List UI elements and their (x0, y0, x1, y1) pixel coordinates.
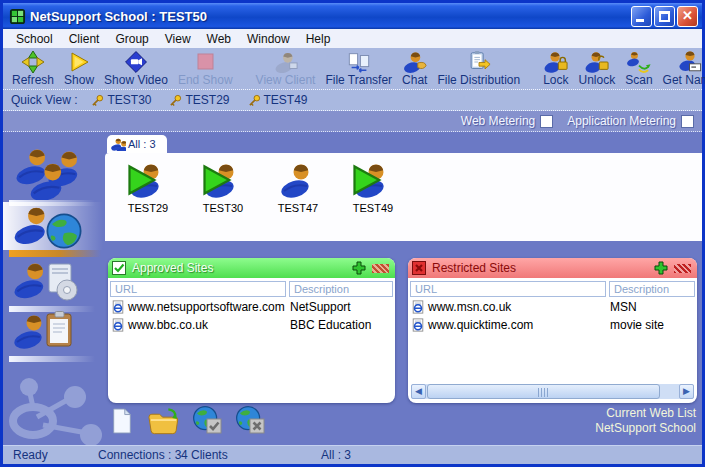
sidebar-item-group-view[interactable] (11, 148, 103, 200)
column-header-description[interactable]: Description (289, 281, 393, 297)
site-url: www.quicktime.com (428, 318, 610, 332)
restricted-site-row[interactable]: www.quicktime.com movie site (408, 316, 697, 334)
minimize-icon (636, 19, 644, 22)
site-description: NetSupport (290, 300, 351, 314)
chat-icon (403, 50, 427, 74)
scroll-left-arrow[interactable]: ◀ (411, 384, 426, 399)
toolbar-label: Unlock (579, 73, 616, 87)
scrollbar-grip-icon (538, 388, 550, 397)
tab-label: All : 3 (128, 138, 156, 150)
status-ready: Ready (13, 448, 48, 462)
scroll-right-arrow[interactable]: ▶ (679, 384, 694, 399)
application-control-icon (11, 260, 95, 304)
sidebar-divider (9, 356, 95, 362)
client-test30[interactable]: TEST30 (192, 163, 254, 241)
restricted-globe-icon[interactable] (236, 406, 266, 436)
sidebar-item-application-control[interactable] (11, 260, 103, 304)
key-icon (91, 94, 104, 107)
file-transfer-button[interactable]: File Transfer (320, 50, 397, 87)
column-header-url[interactable]: URL (410, 281, 606, 297)
maximize-button[interactable] (654, 6, 675, 27)
title-bar[interactable]: NetSupport School : TEST50 ✕ (3, 3, 702, 29)
chat-button[interactable]: Chat (397, 50, 432, 87)
web-metering-checkbox[interactable] (540, 115, 553, 128)
get-name-button[interactable]: Get Name (658, 50, 705, 87)
menu-school[interactable]: School (9, 31, 60, 47)
client-name: TEST49 (353, 202, 393, 214)
view-client-button[interactable]: View Client (251, 50, 321, 87)
new-list-icon[interactable] (110, 406, 134, 436)
menu-view[interactable]: View (158, 31, 198, 47)
toolbar-label: File Transfer (325, 73, 392, 87)
show-video-button[interactable]: Show Video (99, 50, 173, 87)
restricted-site-row[interactable]: www.msn.co.uk MSN (408, 298, 697, 316)
restricted-sites-title: Restricted Sites (432, 261, 648, 275)
scrollbar-thumb[interactable] (427, 384, 660, 399)
client-test49[interactable]: TEST49 (342, 163, 404, 241)
menu-client[interactable]: Client (62, 31, 107, 47)
quick-view-item-test49[interactable]: TEST49 (248, 93, 308, 107)
status-connections: Connections : 3 (98, 448, 181, 462)
approved-globe-icon[interactable] (193, 406, 223, 436)
close-button[interactable]: ✕ (677, 6, 698, 27)
menu-help[interactable]: Help (299, 31, 338, 47)
restricted-column-headers: URL Description (410, 281, 695, 297)
client-icon (278, 163, 318, 199)
column-header-url[interactable]: URL (110, 281, 286, 297)
status-clients: 4 Clients (181, 448, 228, 462)
ie-site-icon (111, 318, 125, 332)
approved-list-grip-icon[interactable] (372, 264, 389, 273)
application-metering-checkbox[interactable] (681, 115, 694, 128)
toolbar-label: View Client (256, 73, 316, 87)
toolbar-label: End Show (178, 73, 233, 87)
lock-button[interactable]: Lock (538, 50, 573, 87)
group-tab-icon (110, 138, 126, 151)
web-list-toolbar (110, 406, 266, 436)
approved-site-row[interactable]: www.bbc.co.uk BBC Education (108, 316, 395, 334)
toolbar-label: Chat (402, 73, 427, 87)
file-distribution-button[interactable]: File Distribution (432, 50, 525, 87)
menu-web[interactable]: Web (200, 31, 238, 47)
client-name: TEST47 (278, 202, 318, 214)
toolbar-label: Lock (543, 73, 568, 87)
quick-view-item-test30[interactable]: TEST30 (91, 93, 151, 107)
application-metering-label: Application Metering (567, 114, 676, 128)
site-url: www.bbc.co.uk (128, 318, 290, 332)
approved-site-row[interactable]: www.netsupportsoftware.com NetSupport (108, 298, 395, 316)
sidebar-item-student-register[interactable] (11, 310, 103, 354)
minimize-button[interactable] (631, 6, 652, 27)
web-metering-label: Web Metering (461, 114, 535, 128)
end-show-button[interactable]: End Show (173, 50, 238, 87)
view-client-icon (274, 50, 298, 74)
menu-group[interactable]: Group (108, 31, 155, 47)
client-test47[interactable]: TEST47 (267, 163, 329, 241)
column-header-description[interactable]: Description (609, 281, 695, 297)
quick-view-bar: Quick View : TEST30 TEST29 TEST49 (3, 90, 702, 111)
add-approved-site-button[interactable] (352, 261, 366, 275)
toolbar-label: Refresh (12, 73, 54, 87)
quick-view-item-test29[interactable]: TEST29 (169, 93, 229, 107)
ie-site-icon (411, 300, 425, 314)
scan-button[interactable]: Scan (620, 50, 657, 87)
approved-check-icon (112, 261, 126, 275)
site-url: www.msn.co.uk (428, 300, 610, 314)
horizontal-scrollbar[interactable]: ◀ ▶ (411, 384, 694, 399)
file-transfer-icon (347, 50, 371, 74)
toolbar-label: Show (64, 73, 94, 87)
site-description: BBC Education (290, 318, 371, 332)
sidebar-item-web-control[interactable] (11, 204, 103, 250)
show-button[interactable]: Show (59, 50, 99, 87)
web-control-icon (11, 204, 95, 250)
refresh-button[interactable]: Refresh (7, 50, 59, 87)
tab-all-group[interactable]: All : 3 (107, 135, 167, 153)
menu-window[interactable]: Window (240, 31, 297, 47)
site-url: www.netsupportsoftware.com (128, 300, 290, 314)
client-test29[interactable]: TEST29 (117, 163, 179, 241)
metering-bar: Web Metering Application Metering (3, 111, 702, 132)
open-list-icon[interactable] (147, 408, 180, 436)
unlock-button[interactable]: Unlock (574, 50, 621, 87)
restricted-list-grip-icon[interactable] (674, 264, 691, 273)
end-show-icon (193, 50, 217, 74)
add-restricted-site-button[interactable] (654, 261, 668, 275)
quick-view-item-label: TEST29 (185, 93, 229, 107)
